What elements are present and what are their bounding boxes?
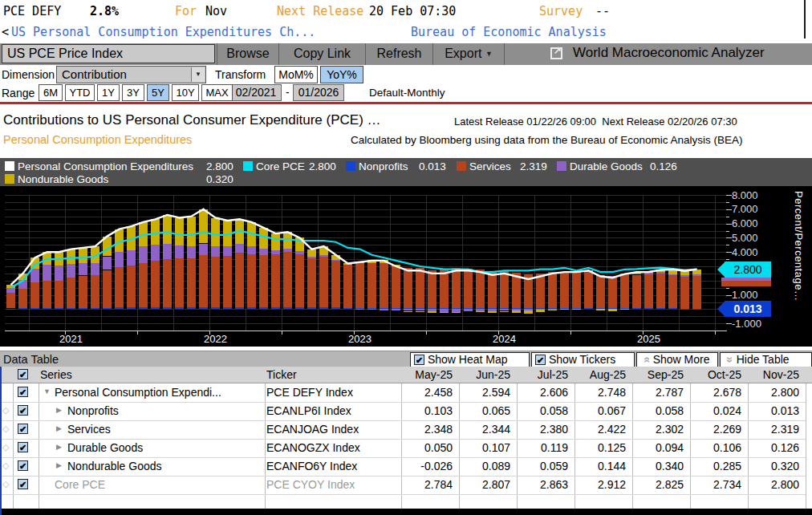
range-button-max[interactable]: MAX — [201, 84, 233, 101]
collapse-arrow-icon[interactable]: ▶ — [56, 406, 62, 414]
value-cell[interactable]: 0.024 — [692, 402, 741, 420]
date-to-input[interactable]: 01/2026 — [293, 84, 344, 101]
row-checkbox-nonprofits[interactable]: ✔ — [18, 405, 28, 416]
value-cell[interactable]: 2.458 — [403, 383, 453, 401]
value-cell[interactable]: 0.050 — [403, 439, 453, 456]
value-cell[interactable]: 2.787 — [634, 383, 684, 401]
source-link[interactable]: Bureau of Economic Analysis — [411, 25, 607, 39]
date-from-input[interactable]: 02/2021 — [230, 84, 282, 101]
tickers-checkbox[interactable]: ✔ — [535, 355, 546, 365]
ticker-cell-nondurable-goods[interactable]: ECANFO6Y Index — [266, 457, 357, 475]
column-header-jun-25[interactable]: Jun-25 — [461, 366, 510, 383]
series-cell-services[interactable]: Services — [67, 420, 111, 438]
dimension-dropdown[interactable]: Contribution ▼ — [56, 66, 206, 83]
row-checkbox-core-pce[interactable]: ✔ — [18, 479, 28, 489]
value-cell[interactable]: 2.269 — [692, 420, 741, 438]
value-cell[interactable]: 0.094 — [634, 439, 684, 456]
copy-link-button[interactable]: Copy Link — [278, 43, 365, 65]
value-cell[interactable]: 0.106 — [692, 439, 741, 456]
series-cell-nondurable-goods[interactable]: Nondurable Goods — [67, 457, 162, 475]
value-cell[interactable]: 0.103 — [403, 402, 453, 420]
ticker-cell-durable-goods[interactable]: ECANOGZX Index — [266, 439, 360, 456]
series-cell-core-pce[interactable]: Core PCE — [55, 476, 105, 493]
value-cell[interactable]: 0.144 — [576, 457, 626, 475]
yoy-toggle[interactable]: YoY% — [320, 66, 363, 83]
value-cell[interactable]: 2.302 — [634, 420, 684, 438]
value-cell[interactable]: 2.800 — [749, 383, 799, 401]
refresh-button[interactable]: Refresh — [365, 43, 432, 65]
value-cell[interactable]: 2.380 — [518, 420, 568, 438]
share-icon[interactable] — [550, 47, 562, 59]
value-cell[interactable]: 0.107 — [461, 439, 510, 456]
value-cell[interactable]: 2.863 — [518, 476, 568, 493]
range-button-6m[interactable]: 6M — [39, 84, 63, 101]
value-cell[interactable]: 0.065 — [461, 402, 510, 420]
expand-arrow-icon[interactable]: ▼ — [43, 387, 51, 395]
value-cell[interactable]: 0.126 — [749, 439, 799, 456]
value-cell[interactable]: 0.058 — [518, 402, 568, 420]
series-cell-nonprofits[interactable]: Nonprofits — [67, 402, 119, 420]
column-header-may-25[interactable]: May-25 — [403, 366, 453, 383]
value-cell[interactable]: 2.912 — [576, 476, 626, 493]
value-cell[interactable]: 2.348 — [403, 420, 453, 438]
value-cell[interactable]: 2.319 — [749, 420, 799, 438]
collapse-arrow-icon[interactable]: ▶ — [56, 443, 62, 451]
column-header-oct-25[interactable]: Oct-25 — [692, 366, 741, 383]
row-checkbox-services[interactable]: ✔ — [18, 424, 28, 434]
collapse-arrow-icon[interactable]: ▶ — [56, 461, 62, 469]
value-cell[interactable]: 2.748 — [576, 383, 626, 401]
heat-map-checkbox[interactable]: ✔ — [414, 355, 424, 365]
value-cell[interactable]: 0.067 — [576, 402, 626, 420]
security-input[interactable]: US PCE Price Index — [2, 44, 215, 63]
ticker-cell-core-pce[interactable]: PCE CYOY Index — [266, 476, 355, 493]
value-cell[interactable]: 0.320 — [749, 457, 799, 475]
column-header-jul-25[interactable]: Jul-25 — [518, 366, 568, 383]
ticker-cell-nonprofits[interactable]: ECANLP6I Index — [266, 402, 351, 420]
back-arrow-icon[interactable]: < — [2, 25, 9, 39]
row-checkbox-nondurable-goods[interactable]: ✔ — [18, 460, 28, 471]
value-cell[interactable]: 2.606 — [518, 383, 568, 401]
column-header-nov-25[interactable]: Nov-25 — [749, 366, 799, 383]
value-cell[interactable]: 2.800 — [749, 476, 799, 493]
series-cell-personal-consumption-expendi[interactable]: Personal Consumption Expendi... — [55, 383, 221, 401]
value-cell[interactable]: 2.825 — [634, 476, 684, 493]
range-button-10y[interactable]: 10Y — [172, 84, 199, 101]
value-cell[interactable]: 2.807 — [461, 476, 510, 493]
range-button-3y[interactable]: 3Y — [122, 84, 144, 101]
value-cell[interactable]: 0.119 — [518, 439, 568, 456]
value-cell[interactable]: 2.734 — [692, 476, 741, 493]
range-button-ytd[interactable]: YTD — [65, 84, 95, 101]
range-button-1y[interactable]: 1Y — [97, 84, 120, 101]
row-checkbox-durable-goods[interactable]: ✔ — [18, 442, 28, 452]
value-cell[interactable]: 2.784 — [403, 476, 453, 493]
value-cell[interactable]: 2.344 — [461, 420, 510, 438]
header-checkbox[interactable]: ✔ — [18, 369, 28, 379]
value-cell[interactable]: 0.125 — [576, 439, 626, 456]
value-cell[interactable]: 0.058 — [634, 402, 684, 420]
chart-area[interactable]: 202120222023202420258.0007.0006.0005.000… — [0, 186, 812, 347]
export-button[interactable]: Export ▼ — [432, 43, 505, 65]
row-checkbox-personal-consumption-expendi[interactable]: ✔ — [18, 387, 28, 397]
column-header-ticker[interactable]: Ticker — [266, 366, 297, 383]
mom-toggle[interactable]: MoM% — [274, 66, 318, 83]
ticker-cell-services[interactable]: ECANJOAG Index — [266, 420, 359, 438]
browse-button[interactable]: Browse — [217, 43, 278, 65]
column-header-series[interactable]: Series — [40, 366, 72, 383]
value-cell[interactable]: 0.285 — [692, 457, 741, 475]
collapse-arrow-icon[interactable]: ▶ — [56, 424, 62, 432]
column-header-aug-25[interactable]: Aug-25 — [576, 366, 626, 383]
security-link[interactable]: US Personal Consumption Expenditures Ch.… — [11, 25, 315, 39]
value-cell[interactable]: 0.089 — [461, 457, 510, 475]
value-cell[interactable]: 2.594 — [461, 383, 510, 401]
value-cell[interactable]: 0.013 — [749, 402, 799, 420]
dropdown-arrow-icon[interactable]: ▼ — [191, 67, 205, 82]
column-header-sep-25[interactable]: Sep-25 — [634, 366, 684, 383]
range-button-5y[interactable]: 5Y — [147, 84, 169, 101]
value-cell[interactable]: 2.678 — [692, 383, 741, 401]
value-cell[interactable]: 0.340 — [634, 457, 684, 475]
value-cell[interactable]: 0.059 — [518, 457, 568, 475]
ticker-cell-personal-consumption-expendi[interactable]: PCE DEFY Index — [266, 383, 353, 401]
series-cell-durable-goods[interactable]: Durable Goods — [67, 439, 143, 456]
value-cell[interactable]: 2.422 — [576, 420, 626, 438]
value-cell[interactable]: -0.026 — [403, 457, 453, 475]
